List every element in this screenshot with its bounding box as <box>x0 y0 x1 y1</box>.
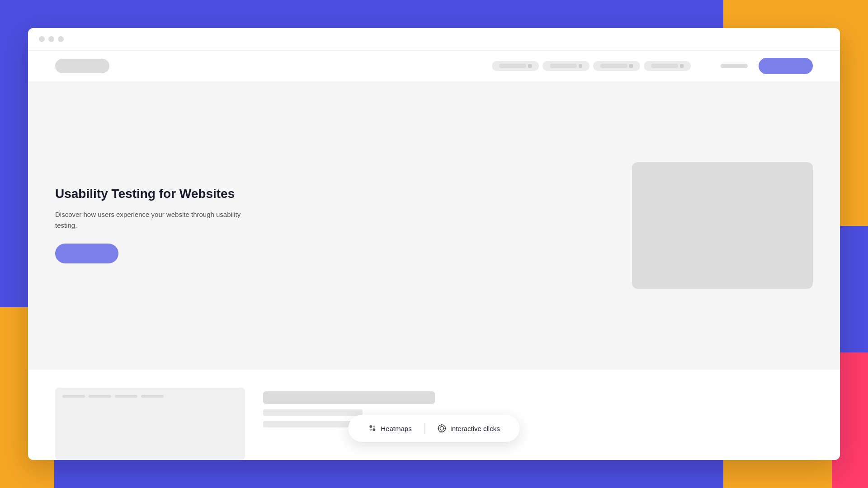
card-line-4 <box>141 395 164 398</box>
right-line-short-2 <box>263 421 363 427</box>
hero-title: Usability Testing for Websites <box>55 186 245 202</box>
card-inner-lines <box>62 395 164 398</box>
bottom-card-right <box>263 388 813 427</box>
heatmap-icon <box>368 424 377 433</box>
hero-subtitle: Discover how users experience your websi… <box>55 209 245 231</box>
card-line-1 <box>62 395 85 398</box>
tab-interactive-clicks[interactable]: Interactive clicks <box>430 421 507 436</box>
floating-tabbar: Heatmaps Interactive clicks <box>348 415 519 442</box>
nav-links <box>492 58 813 74</box>
hero-cta-button[interactable] <box>55 244 118 263</box>
chevron-down-icon <box>680 64 684 68</box>
traffic-light-red <box>39 36 45 42</box>
hero-content: Usability Testing for Websites Discover … <box>55 186 245 265</box>
right-line-short-1 <box>263 409 363 416</box>
svg-point-3 <box>373 428 375 431</box>
hero-section: Usability Testing for Websites Discover … <box>28 81 840 370</box>
tab-heatmaps-label: Heatmaps <box>381 425 411 432</box>
svg-point-5 <box>440 427 444 430</box>
nav-login-link[interactable] <box>721 64 748 68</box>
svg-point-1 <box>373 426 375 427</box>
nav-link-pricing[interactable] <box>644 61 691 71</box>
nav-link-products[interactable] <box>492 61 539 71</box>
nav-link-bar-solutions <box>550 64 577 68</box>
svg-point-0 <box>369 425 372 428</box>
nav-link-resources[interactable] <box>593 61 640 71</box>
traffic-light-green <box>58 36 64 42</box>
nav-logo <box>55 59 109 73</box>
traffic-light-yellow <box>48 36 54 42</box>
svg-point-2 <box>370 429 372 431</box>
navbar <box>28 51 840 81</box>
clicks-icon <box>438 424 447 433</box>
card-line-2 <box>89 395 111 398</box>
browser-chrome <box>28 28 840 51</box>
svg-point-4 <box>439 425 446 432</box>
hero-image-placeholder <box>632 162 813 289</box>
chevron-down-icon <box>629 64 633 68</box>
bottom-card-left <box>55 388 245 460</box>
tab-divider <box>425 423 425 434</box>
nav-link-solutions[interactable] <box>542 61 590 71</box>
card-line-3 <box>115 395 137 398</box>
nav-link-bar-pricing <box>651 64 678 68</box>
tab-heatmaps[interactable]: Heatmaps <box>361 421 419 436</box>
browser-window: Usability Testing for Websites Discover … <box>28 28 840 460</box>
tab-interactive-clicks-label: Interactive clicks <box>450 425 500 432</box>
right-line-long-1 <box>263 391 435 404</box>
bottom-section: Heatmaps Interactive clicks <box>28 370 840 460</box>
chevron-down-icon <box>528 64 532 68</box>
nav-link-bar-products <box>499 64 526 68</box>
nav-link-bar-resources <box>600 64 627 68</box>
chevron-down-icon <box>579 64 582 68</box>
traffic-lights <box>39 36 64 42</box>
nav-cta-button[interactable] <box>759 58 813 74</box>
